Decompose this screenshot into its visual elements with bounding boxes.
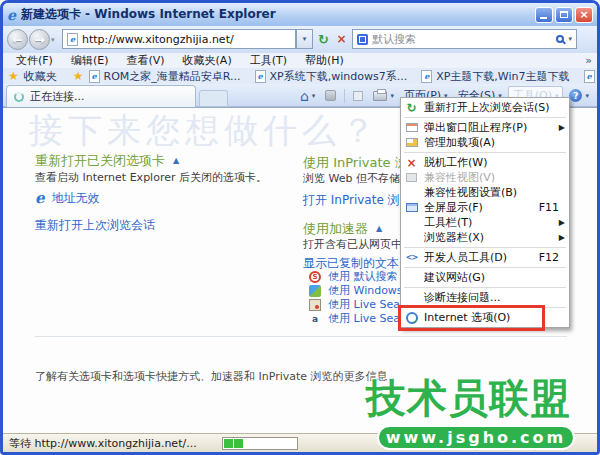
refresh-button[interactable]: ↻	[315, 29, 332, 49]
menu-separator	[404, 247, 566, 248]
collapse-arrow-icon[interactable]: ▲	[376, 224, 382, 233]
address-bar[interactable]: e http://www.xitongzhijia.net/	[62, 29, 296, 49]
menu-item-developer-tools[interactable]: <> 开发人员工具(D) F12	[402, 250, 568, 265]
submenu-arrow-icon: ▶	[559, 123, 565, 132]
print-button[interactable]: ▾	[369, 90, 398, 102]
add-favorite-icon[interactable]: ★	[73, 70, 84, 82]
favorites-star-icon[interactable]: ★	[8, 70, 19, 82]
developer-tools-icon: <>	[404, 253, 419, 262]
menubar-overflow-icon[interactable]: »	[585, 54, 592, 67]
reopen-tabs-heading: 重新打开已关闭选项卡▲	[35, 152, 179, 170]
new-tab-button[interactable]	[199, 90, 228, 107]
content-divider	[35, 336, 567, 337]
forward-button[interactable]: →	[29, 29, 50, 50]
menu-item-label: 建议网站(G)	[424, 270, 565, 285]
search-dropdown-icon[interactable]: ▾	[568, 35, 572, 43]
menu-bar: 文件(F) 编辑(E) 查看(V) 收藏夹(A) 工具(T) 帮助(H) »	[3, 53, 597, 68]
chevron-down-icon: ▾	[312, 92, 316, 100]
menu-item-reopen-session[interactable]: ↻ 重新打开上次浏览会话(S)	[402, 100, 568, 115]
window-controls: ×	[535, 7, 593, 23]
live-search-map-icon	[309, 299, 321, 311]
learn-more-link[interactable]: 了解有关选项卡和选项卡快捷方式、加速器和 InPrivate 浏览的更多信息	[35, 369, 388, 384]
printer-icon	[373, 91, 387, 101]
favorites-label[interactable]: 收藏夹	[24, 69, 57, 84]
minimize-icon	[540, 17, 547, 19]
history-dropdown-icon[interactable]: ▾	[51, 36, 55, 44]
menu-item-label: 工具栏(T)	[424, 215, 554, 230]
menu-item-label: 开发人员工具(D)	[424, 250, 534, 265]
menu-separator	[404, 117, 566, 118]
menu-item-label: 弹出窗口阻止程序(P)	[424, 120, 554, 135]
webslice-button[interactable]	[349, 90, 367, 102]
feeds-button[interactable]	[321, 89, 340, 102]
menu-edit[interactable]: 编辑(E)	[62, 53, 118, 68]
fullscreen-icon	[404, 203, 419, 212]
address-url: http://www.xitongzhijia.net/	[82, 33, 234, 46]
menu-item-suggested-sites[interactable]: 建议网站(G)	[402, 270, 568, 285]
collapse-arrow-icon[interactable]: ▲	[173, 156, 179, 165]
menu-shortcut: F12	[539, 251, 559, 264]
menu-help[interactable]: 帮助(H)	[296, 53, 353, 68]
menu-file[interactable]: 文件(F)	[7, 53, 62, 68]
favorites-bar: ★ 收藏夹 ★ e ROM之家_海量精品安卓R... e XP系统下载,wind…	[3, 68, 597, 84]
menu-view[interactable]: 查看(V)	[117, 53, 173, 68]
page-icon: e	[584, 70, 595, 83]
close-button[interactable]: ×	[575, 7, 593, 23]
closed-tab-entry[interactable]: e 地址无效	[35, 190, 100, 207]
invalid-address-link[interactable]: 地址无效	[52, 190, 100, 207]
submenu-arrow-icon: ▶	[559, 233, 565, 242]
page-icon: e	[421, 70, 432, 83]
menu-tools[interactable]: 工具(T)	[241, 53, 296, 68]
home-button[interactable]: ⌂ ▾	[296, 88, 319, 104]
search-placeholder: 默认搜索	[372, 32, 552, 47]
menu-item-label: 管理加载项(A)	[424, 135, 565, 150]
favorite-link-label: XP系统下载,windows7系...	[270, 69, 408, 84]
ie-logo-icon: e	[7, 8, 16, 22]
brand-watermark-url: www.jsgho.com	[377, 425, 575, 450]
progress-bar	[222, 437, 298, 450]
red-highlight-box	[398, 305, 545, 331]
address-dropdown-button[interactable]: ▾	[296, 29, 313, 49]
menu-separator	[404, 152, 566, 153]
inprivate-heading: 使用 InPrivate 浏	[303, 154, 408, 172]
rss-feed-icon	[325, 90, 336, 101]
search-box[interactable]: 默认搜索 ▾	[352, 29, 577, 49]
menu-item-fullscreen[interactable]: 全屏显示(F) F11	[402, 200, 568, 215]
maximize-icon	[560, 11, 568, 18]
page-icon: e	[89, 70, 100, 83]
navigation-bar: ← → ▾ e http://www.xitongzhijia.net/ ▾ ↻…	[3, 26, 597, 53]
reopen-session-icon: ↻	[404, 101, 419, 115]
reopen-session-link[interactable]: 重新打开上次浏览会话	[35, 217, 155, 234]
command-separator	[344, 89, 345, 103]
menu-favorites[interactable]: 收藏夹(A)	[174, 53, 241, 68]
search-icon[interactable]	[556, 35, 564, 43]
menu-item-work-offline[interactable]: × 脱机工作(W)	[402, 155, 568, 170]
accelerators-heading-text: 使用加速器	[303, 221, 368, 236]
favorite-link[interactable]: e ROM之家_海量精品安卓R...	[89, 69, 241, 84]
tools-dropdown-menu: ↻ 重新打开上次浏览会话(S) 弹出窗口阻止程序(P) ▶ 管理加载项(A) ×…	[400, 97, 570, 328]
tab-title: 正在连接...	[30, 89, 85, 104]
manage-addons-icon	[404, 138, 419, 147]
active-tab[interactable]: 正在连接...	[6, 85, 196, 107]
menu-item-popup-blocker[interactable]: 弹出窗口阻止程序(P) ▶	[402, 120, 568, 135]
minimize-button[interactable]	[535, 7, 553, 23]
menu-item-compatibility-settings[interactable]: 兼容性视图设置(B)	[402, 185, 568, 200]
submenu-arrow-icon: ▶	[559, 218, 565, 227]
menu-item-label: 全屏显示(F)	[424, 200, 534, 215]
menu-item-explorer-bars[interactable]: 浏览器栏(X) ▶	[402, 230, 568, 245]
back-button[interactable]: ←	[7, 29, 28, 50]
help-icon: ?	[569, 89, 582, 102]
maximize-button[interactable]	[555, 7, 573, 23]
menu-item-manage-addons[interactable]: 管理加载项(A)	[402, 135, 568, 150]
favorite-link[interactable]: e XP系统下载,windows7系...	[255, 69, 408, 84]
favorite-link[interactable]: e 安全网址导航	[584, 69, 597, 84]
favorite-link[interactable]: e XP主题下载,Win7主题下载	[421, 69, 569, 84]
stop-button[interactable]: ×	[333, 29, 350, 49]
menu-separator	[404, 267, 566, 268]
menu-item-label: 重新打开上次浏览会话(S)	[424, 100, 565, 115]
menu-item-diagnose-connection[interactable]: 诊断连接问题...	[402, 290, 568, 305]
menu-item-label: 诊断连接问题...	[424, 290, 565, 305]
menu-shortcut: F11	[539, 201, 559, 214]
menu-separator	[404, 287, 566, 288]
menu-item-toolbars[interactable]: 工具栏(T) ▶	[402, 215, 568, 230]
